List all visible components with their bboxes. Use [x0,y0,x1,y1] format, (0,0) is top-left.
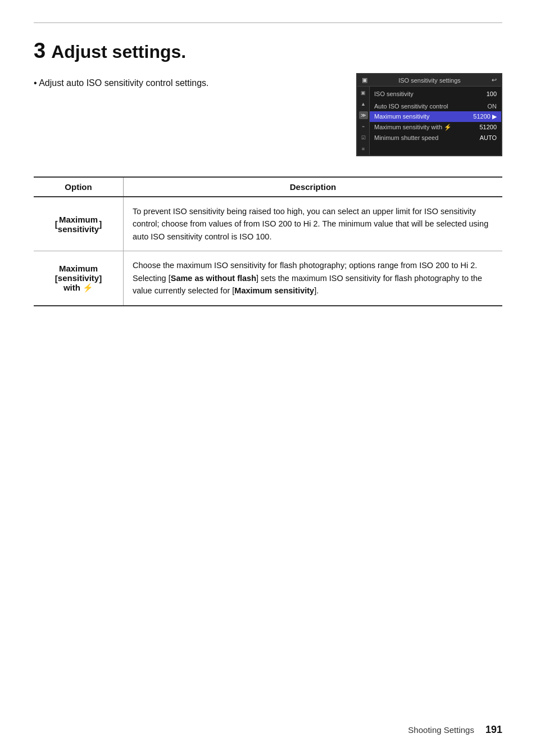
step-title: Adjust settings. [51,42,186,62]
sidebar-icon-5: ≡ [359,145,368,153]
camera-menu-body: ▣ ▲ ≫ ⌁ ☑ ≡ ISO sensitivity 100 Auto ISO… [357,87,501,155]
camera-menu-header: ▣ ISO sensitivity settings ↩ [357,74,501,87]
option-0: [Maximumsensitivity] [34,197,124,251]
menu-row-auto-label: Auto ISO sensitivity control [374,103,448,110]
menu-row-min-shutter-value: AUTO [480,134,497,141]
sidebar-icon-3: ⌁ [359,123,368,130]
footer-section-label: Shooting Settings [408,725,474,735]
page-footer: Shooting Settings 191 [408,724,502,736]
menu-back-icon: ↩ [492,76,497,84]
content-block: • Adjust auto ISO sensitivity control se… [34,73,502,156]
menu-row-min-shutter: Minimum shutter speed AUTO [370,133,501,143]
sidebar-icon-1: ▲ [359,100,368,108]
bullet-text: • Adjust auto ISO sensitivity control se… [34,73,339,90]
table-header: Option Description [34,178,502,197]
sidebar-icon-0: ▣ [359,89,368,97]
step-heading: 3 Adjust settings. [34,39,502,63]
menu-row-iso-label: ISO sensitivity [374,90,414,97]
desc-0-text: To prevent ISO sensitivity being raised … [133,207,488,241]
sidebar-icon-4: ☑ [359,134,368,142]
options-table: Option Description [Maximumsensitivity] … [34,176,502,306]
menu-row-iso: ISO sensitivity 100 [370,89,501,99]
option-1: [Maximumsensitivitywith ⚡] [34,251,124,305]
option-1-bold: Maximumsensitivitywith ⚡ [58,264,99,293]
step-number: 3 [34,39,46,63]
menu-icon-left: ▣ [362,76,367,84]
desc-0: To prevent ISO sensitivity being raised … [124,197,502,251]
menu-row-max-flash-label: Maximum sensitivity with ⚡ [374,124,452,131]
footer-page-number: 191 [485,724,502,736]
top-rule [34,22,502,23]
menu-row-max-flash: Maximum sensitivity with ⚡ 51200 [370,122,501,133]
menu-row-max-sensitivity: Maximum sensitivity 51200 ▶ [370,111,501,122]
desc-1: Choose the maximum ISO sensitivity for f… [124,251,502,305]
option-0-bold: Maximumsensitivity [58,215,99,234]
menu-title: ISO sensitivity settings [398,77,461,84]
col-header-description: Description [124,178,502,196]
bullet-char: • [34,78,39,88]
menu-row-auto: Auto ISO sensitivity control ON [370,101,501,111]
camera-menu-sidebar: ▣ ▲ ≫ ⌁ ☑ ≡ [357,87,370,155]
menu-row-max-flash-value: 51200 [479,124,497,131]
table-row-1: [Maximumsensitivitywith ⚡] Choose the ma… [34,251,502,305]
menu-row-auto-value: ON [488,103,497,110]
camera-menu: ▣ ISO sensitivity settings ↩ ▣ ▲ ≫ ⌁ ☑ ≡… [356,73,502,156]
menu-row-min-shutter-label: Minimum shutter speed [374,134,438,141]
same-as-without-flash-bold: Same as without flash [171,274,256,283]
camera-menu-rows: ISO sensitivity 100 Auto ISO sensitivity… [370,87,501,155]
menu-row-iso-value: 100 [487,90,497,97]
col-header-option: Option [34,178,124,196]
max-sensitivity-ref-bold: Maximum sensitivity [234,286,314,295]
menu-row-max-label: Maximum sensitivity [374,113,429,120]
bullet-content: Adjust auto ISO sensitivity control sett… [39,78,208,88]
sidebar-icon-2: ≫ [359,111,368,119]
menu-row-max-value: 51200 ▶ [473,113,497,120]
table-row-0: [Maximumsensitivity] To prevent ISO sens… [34,197,502,251]
